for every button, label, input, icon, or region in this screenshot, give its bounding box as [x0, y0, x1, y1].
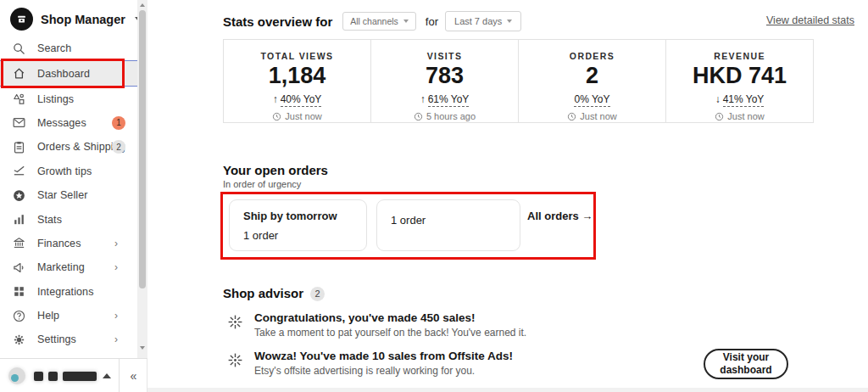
for-label: for	[426, 15, 438, 28]
sidebar-item-finances[interactable]: Finances ›	[0, 232, 137, 255]
stat-card-total-views[interactable]: TOTAL VIEWS 1,184 ↑40% YoY Just now	[224, 40, 371, 122]
sidebar: Shop Manager Search Dashboard	[0, 0, 147, 392]
stat-label: ORDERS	[519, 51, 665, 61]
sidebar-item-search[interactable]: Search	[0, 36, 137, 60]
all-orders-link[interactable]: All orders →	[527, 210, 593, 222]
sidebar-item-marketing[interactable]: Marketing ›	[0, 255, 137, 279]
sidebar-item-label: Marketing	[37, 261, 85, 273]
sidebar-item-help[interactable]: Help ›	[0, 304, 137, 328]
advisor-item-subtitle: Take a moment to pat yourself on the bac…	[254, 327, 526, 339]
stat-delta: 0% YoY	[519, 93, 665, 105]
stat-updated: Just now	[519, 111, 665, 121]
open-orders-card[interactable]: 1 order	[376, 199, 520, 251]
stat-card-visits[interactable]: VISITS 783 ↑61% YoY 5 hours ago	[371, 40, 519, 122]
stat-label: TOTAL VIEWS	[224, 51, 370, 61]
sidebar-item-label: Finances	[37, 238, 81, 249]
shop-manager-app: Shop Manager Search Dashboard	[0, 0, 868, 392]
chevron-right-icon: ›	[114, 261, 118, 273]
sidebar-footer: «	[0, 358, 147, 392]
order-card-count: 1 order	[243, 229, 353, 242]
stat-value: 783	[371, 63, 518, 89]
stat-card-revenue[interactable]: REVENUE HKD 741 ↓41% YoY Just now	[666, 40, 813, 122]
bank-icon	[12, 236, 26, 250]
orders-badge: 2	[112, 140, 125, 154]
updated-time: Just now	[580, 111, 616, 121]
updated-time: 5 hours ago	[426, 111, 476, 121]
sidebar-item-orders-shipping[interactable]: Orders & Shipping 2	[0, 135, 137, 159]
sidebar-item-stats[interactable]: Stats	[0, 207, 137, 231]
bar-chart-icon	[12, 212, 26, 227]
stat-value: HKD 741	[666, 63, 813, 89]
expand-shop-menu-icon[interactable]	[103, 373, 111, 378]
sidebar-item-settings[interactable]: Settings ›	[0, 328, 137, 351]
yoy-change[interactable]: 41% YoY	[723, 93, 765, 107]
updated-time: Just now	[727, 111, 764, 121]
sidebar-item-growth-tips[interactable]: Growth tips	[0, 160, 137, 183]
collapse-sidebar-button[interactable]: «	[119, 359, 147, 392]
chevron-right-icon: ›	[114, 238, 118, 249]
messages-badge: 1	[112, 116, 125, 130]
chevron-right-icon: ›	[114, 310, 118, 322]
visit-your-dashboard-button[interactable]: Visit your dashboard	[704, 349, 788, 379]
yoy-change[interactable]: 0% YoY	[574, 93, 609, 107]
sidebar-item-label: Growth tips	[37, 165, 92, 177]
date-range-value: Last 7 days	[454, 16, 502, 26]
updated-time: Just now	[285, 111, 321, 121]
stat-value: 1,184	[224, 63, 370, 89]
sidebar-item-label: Integrations	[37, 286, 94, 298]
redacted-shop-name	[48, 372, 58, 381]
sidebar-item-label: Dashboard	[37, 68, 90, 80]
sidebar-item-label: Search	[37, 42, 71, 54]
advisor-item-subtitle: Etsy's offsite advertising is really wor…	[254, 365, 475, 377]
redacted-shop-name	[63, 372, 97, 381]
sidebar-item-integrations[interactable]: Integrations	[0, 280, 137, 304]
open-orders-subtitle: In order of urgency	[223, 179, 301, 189]
sidebar-item-label: Listings	[37, 93, 74, 105]
shop-manager-menu[interactable]: Shop Manager	[10, 8, 142, 31]
chevron-down-icon	[507, 20, 512, 23]
search-icon	[12, 42, 26, 56]
stat-card-orders[interactable]: ORDERS 2 0% YoY Just now	[519, 40, 666, 122]
stat-value: 2	[519, 63, 665, 89]
sidebar-item-label: Messages	[37, 117, 86, 129]
sidebar-item-dashboard[interactable]: Dashboard	[0, 60, 137, 87]
yoy-change[interactable]: 40% YoY	[281, 93, 322, 107]
sidebar-item-label: Star Seller	[37, 189, 87, 201]
avatar[interactable]	[8, 367, 25, 384]
yoy-change[interactable]: 61% YoY	[428, 93, 470, 107]
scrollbar-thumb[interactable]	[139, 10, 146, 288]
advisor-item-title[interactable]: Congratulations, you've made 450 sales!	[254, 311, 476, 324]
channel-select-value: All channels	[350, 16, 398, 26]
order-card-count: 1 order	[391, 214, 506, 227]
clock-icon	[567, 112, 576, 121]
clipboard-icon	[12, 140, 26, 154]
gear-icon	[12, 333, 26, 347]
sidebar-scrollbar[interactable]	[137, 0, 147, 358]
advisor-item-title[interactable]: Wowza! You've made 10 sales from Offsite…	[254, 350, 513, 362]
sidebar-item-messages[interactable]: Messages 1	[0, 111, 137, 135]
starburst-icon	[226, 313, 244, 331]
ship-by-tomorrow-card[interactable]: Ship by tomorrow 1 order	[229, 199, 367, 251]
clock-icon	[272, 112, 281, 121]
date-range-select[interactable]: Last 7 days	[445, 11, 521, 31]
shop-advisor-title: Shop advisor2	[223, 286, 325, 301]
scroll-up-icon[interactable]	[140, 3, 145, 7]
stat-delta: ↑61% YoY	[371, 93, 518, 105]
shop-advisor-badge: 2	[310, 287, 325, 301]
clock-icon	[715, 112, 724, 121]
open-orders-title: Your open orders	[223, 163, 328, 177]
order-card-title: Ship by tomorrow	[243, 210, 353, 222]
sidebar-item-star-seller[interactable]: Star Seller	[0, 183, 137, 207]
sidebar-nav: Search Dashboard Listings Messages	[0, 36, 137, 352]
help-icon	[12, 309, 26, 323]
arrow-up-icon: ↑	[420, 93, 426, 105]
scroll-down-icon[interactable]	[140, 346, 145, 350]
channel-select[interactable]: All channels	[342, 12, 416, 31]
stat-updated: Just now	[224, 111, 370, 121]
view-detailed-stats-link[interactable]: View detailed stats	[766, 14, 854, 26]
stat-delta: ↑40% YoY	[224, 93, 370, 105]
grid-icon	[12, 284, 26, 299]
chevron-right-icon: ›	[114, 333, 118, 345]
section-divider	[147, 388, 868, 392]
sidebar-item-listings[interactable]: Listings	[0, 87, 137, 110]
